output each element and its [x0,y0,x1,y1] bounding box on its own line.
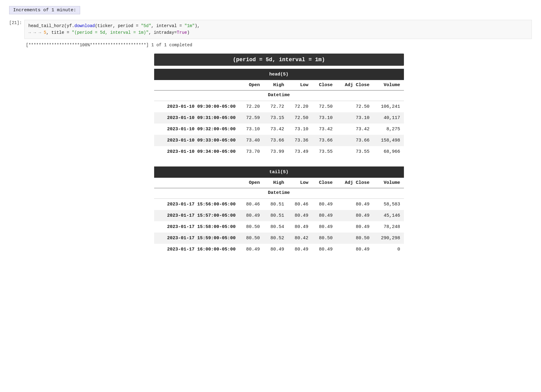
row-high: 73.99 [263,146,288,157]
row-close: 73.10 [312,112,336,124]
row-low: 80.49 [288,210,312,221]
code-text: , title = [46,30,72,35]
row-close: 80.50 [312,233,336,244]
row-open: 80.50 [239,233,264,244]
content-area: (period = 5d, interval = 1m) head(5) Ope… [9,54,532,255]
tail-col-open: Open [239,178,264,188]
code-bool: True [177,30,187,35]
table-row: 2023-01-10 09:33:00-05:00 73.40 73.66 73… [154,135,404,146]
row-datetime: 2023-01-10 09:32:00-05:00 [154,124,239,135]
row-low: 80.42 [288,233,312,244]
tail-datetime-label: Datetime [154,188,404,199]
title-banner: (period = 5d, interval = 1m) [154,54,404,66]
row-adj-close: 73.66 [336,135,373,146]
row-low: 80.49 [288,244,312,255]
head-col-close: Close [312,80,336,90]
row-adj-close: 72.50 [336,101,373,112]
row-high: 73.15 [263,112,288,124]
tail-col-low: Low [288,178,312,188]
table-row: 2023-01-10 09:31:00-05:00 72.59 73.15 72… [154,112,404,124]
row-close: 80.49 [312,198,336,210]
head-col-volume: Volume [373,80,404,90]
head-datetime-row: Datetime [154,90,404,101]
table-row: 2023-01-17 15:58:00-05:00 80.50 80.54 80… [154,221,404,233]
row-high: 72.72 [263,101,288,112]
row-open: 80.49 [239,210,264,221]
row-open: 73.70 [239,146,264,157]
row-close: 80.49 [312,221,336,233]
row-volume: 68,966 [373,146,404,157]
head-col-adj: Adj Close [336,80,373,90]
row-volume: 45,146 [373,210,404,221]
code-text: , intraday= [149,30,177,35]
head-column-headers: Open High Low Close Adj Close Volume [154,80,404,90]
row-adj-close: 80.49 [336,244,373,255]
row-datetime: 2023-01-17 15:58:00-05:00 [154,221,239,233]
tail-datetime-row: Datetime [154,188,404,199]
row-open: 80.49 [239,244,264,255]
head-col-low: Low [288,80,312,90]
row-high: 80.51 [263,210,288,221]
row-close: 73.66 [312,135,336,146]
tail-col-close: Close [312,178,336,188]
table-row: 2023-01-17 16:00:00-05:00 80.49 80.49 80… [154,244,404,255]
head-section: head(5) Open High Low Close Adj Close Vo… [154,69,404,157]
row-datetime: 2023-01-17 15:57:00-05:00 [154,210,239,221]
row-volume: 8,275 [373,124,404,135]
row-volume: 106,241 [373,101,404,112]
code-block: head_tail_horz(yf.download(ticker, perio… [24,20,532,39]
code-cell: [21]: head_tail_horz(yf.download(ticker,… [9,20,532,39]
tail-col-high: High [263,178,288,188]
cell-number: [21]: [9,20,24,25]
code-title-val: "(period = 5d, interval = 1m)" [72,30,149,35]
row-volume: 0 [373,244,404,255]
row-low: 73.36 [288,135,312,146]
row-high: 80.49 [263,244,288,255]
tail-column-headers: Open High Low Close Adj Close Volume [154,178,404,188]
row-open: 72.20 [239,101,264,112]
tail-col-adj: Adj Close [336,178,373,188]
row-datetime: 2023-01-17 15:56:00-05:00 [154,198,239,210]
code-num: 5 [44,30,46,35]
row-datetime: 2023-01-17 15:59:00-05:00 [154,233,239,244]
row-adj-close: 80.49 [336,210,373,221]
table-row: 2023-01-10 09:34:00-05:00 73.70 73.99 73… [154,146,404,157]
row-datetime: 2023-01-10 09:34:00-05:00 [154,146,239,157]
row-close: 73.42 [312,124,336,135]
row-low: 73.49 [288,146,312,157]
progress-line: [********************100%***************… [9,43,532,47]
code-period-val: "5d" [141,23,151,28]
row-volume: 58,583 [373,198,404,210]
row-high: 80.51 [263,198,288,210]
head-col-label [154,80,239,90]
row-adj-close: 73.10 [336,112,373,124]
code-text: (ticker, period = [95,23,141,28]
head-datetime-label: Datetime [154,90,404,101]
tail-col-label [154,178,239,188]
code-func: download [74,23,95,28]
row-open: 80.46 [239,198,264,210]
table-row: 2023-01-17 15:56:00-05:00 80.46 80.51 80… [154,198,404,210]
row-volume: 40,117 [373,112,404,124]
code-text: , interval = [151,23,184,28]
head-table: Open High Low Close Adj Close Volume Dat… [154,80,404,157]
code-text: ) [187,30,189,35]
row-datetime: 2023-01-10 09:30:00-05:00 [154,101,239,112]
row-low: 72.20 [288,101,312,112]
tail-table: Open High Low Close Adj Close Volume Dat… [154,178,404,255]
row-low: 80.49 [288,221,312,233]
code-text: head_tail_horz(yf. [28,23,74,28]
row-open: 73.40 [239,135,264,146]
row-close: 72.50 [312,101,336,112]
row-close: 73.55 [312,146,336,157]
row-low: 72.50 [288,112,312,124]
row-volume: 78,248 [373,221,404,233]
row-adj-close: 80.49 [336,221,373,233]
row-high: 80.54 [263,221,288,233]
code-line-2: → → → 5, title = "(period = 5d, interval… [28,29,528,36]
row-adj-close: 73.42 [336,124,373,135]
code-interval-val: "1m" [185,23,195,28]
row-datetime: 2023-01-10 09:33:00-05:00 [154,135,239,146]
code-line-1: head_tail_horz(yf.download(ticker, perio… [28,23,528,29]
row-adj-close: 80.50 [336,233,373,244]
